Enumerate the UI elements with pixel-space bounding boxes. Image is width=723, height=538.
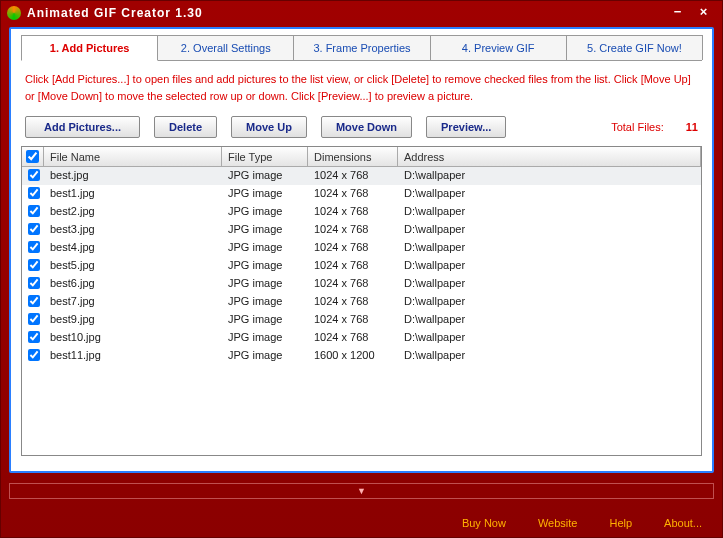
footer-links: Buy Now Website Help About... (462, 517, 702, 529)
table-row[interactable]: best.jpgJPG image1024 x 768D:\wallpaper (22, 167, 701, 185)
table-row[interactable]: best5.jpgJPG image1024 x 768D:\wallpaper (22, 257, 701, 275)
row-checkbox[interactable] (28, 223, 40, 235)
cell-address: D:\wallpaper (398, 186, 701, 202)
table-row[interactable]: best4.jpgJPG image1024 x 768D:\wallpaper (22, 239, 701, 257)
tab-4[interactable]: 5. Create GIF Now! (566, 35, 703, 60)
row-checkbox[interactable] (28, 187, 40, 199)
row-checkbox-cell (22, 348, 44, 364)
cell-filename: best.jpg (44, 168, 222, 184)
cell-address: D:\wallpaper (398, 348, 701, 364)
cell-filetype: JPG image (222, 186, 308, 202)
add-pictures-button[interactable]: Add Pictures... (25, 116, 140, 138)
table-row[interactable]: best10.jpgJPG image1024 x 768D:\wallpape… (22, 329, 701, 347)
cell-dimensions: 1024 x 768 (308, 168, 398, 184)
website-link[interactable]: Website (538, 517, 578, 529)
cell-filename: best2.jpg (44, 204, 222, 220)
tab-0[interactable]: 1. Add Pictures (21, 35, 158, 61)
row-checkbox[interactable] (28, 241, 40, 253)
cell-filetype: JPG image (222, 294, 308, 310)
cell-dimensions: 1024 x 768 (308, 258, 398, 274)
buy-now-link[interactable]: Buy Now (462, 517, 506, 529)
minimize-button[interactable]: − (666, 4, 690, 22)
row-checkbox[interactable] (28, 295, 40, 307)
row-checkbox[interactable] (28, 313, 40, 325)
tab-3[interactable]: 4. Preview GIF (430, 35, 567, 60)
main-panel: 1. Add Pictures2. Overall Settings3. Fra… (9, 27, 714, 473)
cell-dimensions: 1024 x 768 (308, 186, 398, 202)
cell-filetype: JPG image (222, 204, 308, 220)
header-filetype[interactable]: File Type (222, 147, 308, 166)
help-link[interactable]: Help (609, 517, 632, 529)
titlebar[interactable]: Animated GIF Creator 1.30 − × (1, 1, 722, 25)
cell-address: D:\wallpaper (398, 330, 701, 346)
cell-filename: best3.jpg (44, 222, 222, 238)
header-filename[interactable]: File Name (44, 147, 222, 166)
cell-address: D:\wallpaper (398, 222, 701, 238)
table-row[interactable]: best1.jpgJPG image1024 x 768D:\wallpaper (22, 185, 701, 203)
cell-filetype: JPG image (222, 240, 308, 256)
cell-filename: best1.jpg (44, 186, 222, 202)
preview-button[interactable]: Preview... (426, 116, 506, 138)
close-button[interactable]: × (692, 4, 716, 22)
row-checkbox-cell (22, 186, 44, 202)
cell-filename: best11.jpg (44, 348, 222, 364)
cell-dimensions: 1024 x 768 (308, 294, 398, 310)
expand-strip[interactable]: ▼ (9, 483, 714, 499)
table-row[interactable]: best6.jpgJPG image1024 x 768D:\wallpaper (22, 275, 701, 293)
total-files-label: Total Files: (611, 121, 664, 133)
table-row[interactable]: best3.jpgJPG image1024 x 768D:\wallpaper (22, 221, 701, 239)
cell-dimensions: 1024 x 768 (308, 222, 398, 238)
row-checkbox-cell (22, 294, 44, 310)
row-checkbox-cell (22, 276, 44, 292)
cell-address: D:\wallpaper (398, 258, 701, 274)
cell-dimensions: 1024 x 768 (308, 204, 398, 220)
toolbar: Add Pictures... Delete Move Up Move Down… (21, 116, 702, 138)
move-up-button[interactable]: Move Up (231, 116, 307, 138)
row-checkbox-cell (22, 312, 44, 328)
row-checkbox[interactable] (28, 349, 40, 361)
about-link[interactable]: About... (664, 517, 702, 529)
table-row[interactable]: best7.jpgJPG image1024 x 768D:\wallpaper (22, 293, 701, 311)
cell-address: D:\wallpaper (398, 294, 701, 310)
table-row[interactable]: best9.jpgJPG image1024 x 768D:\wallpaper (22, 311, 701, 329)
cell-filename: best4.jpg (44, 240, 222, 256)
row-checkbox[interactable] (28, 259, 40, 271)
cell-filename: best7.jpg (44, 294, 222, 310)
move-down-button[interactable]: Move Down (321, 116, 412, 138)
cell-dimensions: 1024 x 768 (308, 330, 398, 346)
cell-filetype: JPG image (222, 168, 308, 184)
delete-button[interactable]: Delete (154, 116, 217, 138)
tab-1[interactable]: 2. Overall Settings (157, 35, 294, 60)
cell-filename: best6.jpg (44, 276, 222, 292)
row-checkbox[interactable] (28, 169, 40, 181)
cell-filetype: JPG image (222, 330, 308, 346)
row-checkbox-cell (22, 240, 44, 256)
app-icon (7, 6, 21, 20)
cell-filetype: JPG image (222, 276, 308, 292)
total-files-count: 11 (686, 121, 698, 133)
header-address[interactable]: Address (398, 147, 701, 166)
cell-dimensions: 1024 x 768 (308, 276, 398, 292)
row-checkbox[interactable] (28, 331, 40, 343)
tab-2[interactable]: 3. Frame Properties (293, 35, 430, 60)
cell-address: D:\wallpaper (398, 312, 701, 328)
cell-filetype: JPG image (222, 222, 308, 238)
cell-address: D:\wallpaper (398, 204, 701, 220)
cell-filename: best5.jpg (44, 258, 222, 274)
cell-address: D:\wallpaper (398, 168, 701, 184)
table-row[interactable]: best2.jpgJPG image1024 x 768D:\wallpaper (22, 203, 701, 221)
row-checkbox-cell (22, 168, 44, 184)
header-checkbox-col[interactable] (22, 147, 44, 166)
header-dimensions[interactable]: Dimensions (308, 147, 398, 166)
cell-dimensions: 1024 x 768 (308, 240, 398, 256)
row-checkbox[interactable] (28, 205, 40, 217)
app-window: Animated GIF Creator 1.30 − × 1. Add Pic… (0, 0, 723, 538)
file-table: File Name File Type Dimensions Address b… (21, 146, 702, 456)
row-checkbox[interactable] (28, 277, 40, 289)
cell-dimensions: 1600 x 1200 (308, 348, 398, 364)
table-header: File Name File Type Dimensions Address (22, 147, 701, 167)
chevron-down-icon: ▼ (357, 486, 366, 496)
cell-filetype: JPG image (222, 258, 308, 274)
table-row[interactable]: best11.jpgJPG image1600 x 1200D:\wallpap… (22, 347, 701, 365)
select-all-checkbox[interactable] (26, 150, 39, 163)
